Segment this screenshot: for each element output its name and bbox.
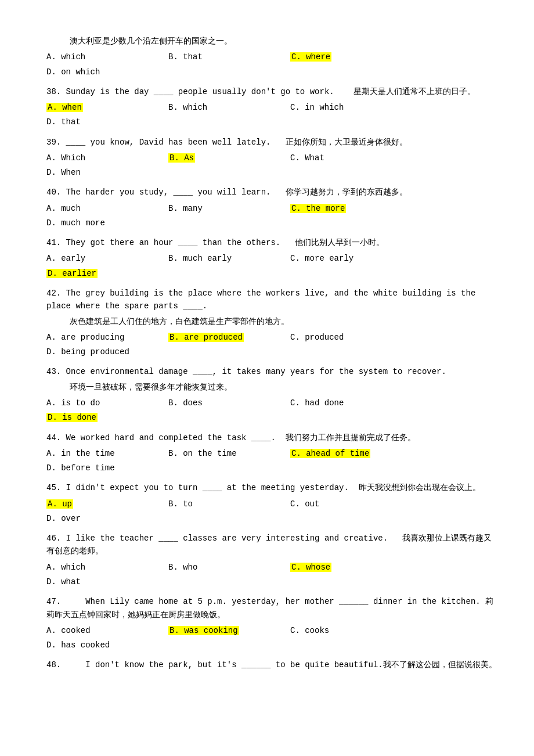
question-41: 41. They got there an hour ____ than the…: [46, 236, 499, 281]
option-38-a: A. when: [46, 100, 163, 115]
question-38-options: A. when B. which C. in which D. that: [46, 100, 499, 129]
option-41-b: B. much early: [168, 251, 284, 266]
question-42: 42. The grey building is the place where…: [46, 287, 499, 360]
question-37-options: A. which B. that C. where D. on which: [46, 50, 499, 79]
option-37-d: D. on which: [46, 65, 493, 80]
highlight-42-b: B. are produced: [168, 333, 244, 342]
question-39: 39. ____ you know, David has been well l…: [46, 136, 499, 181]
highlight-40-c: C. the more: [290, 204, 346, 213]
option-44-b: B. on the time: [168, 447, 284, 461]
option-46-c: C. whose: [290, 560, 406, 575]
question-48: 48. I don't know the park, but it's ____…: [46, 658, 499, 671]
question-44-options: A. in the time B. on the time C. ahead o…: [46, 447, 499, 476]
highlight-41-d: D. earlier: [46, 269, 98, 278]
option-47-a: A. cooked: [46, 624, 163, 638]
highlight-46-c: C. whose: [290, 563, 331, 572]
question-47: 47. When Lily came home at 5 p.m. yester…: [46, 595, 499, 653]
question-44: 44. We worked hard and completed the tas…: [46, 431, 499, 476]
question-38-text: 38. Sunday is the day ____ people usuall…: [46, 85, 499, 98]
question-42-chinese: 灰色建筑是工人们住的地方，白色建筑是生产零部件的地方。: [70, 315, 499, 328]
option-43-c: C. had done: [290, 396, 406, 411]
option-39-b: B. As: [168, 151, 284, 165]
question-45-text: 45. I didn't expect you to turn ____ at …: [46, 481, 499, 494]
option-40-b: B. many: [168, 201, 284, 216]
option-39-a: A. Which: [46, 151, 163, 165]
highlight-45-a: A. up: [46, 499, 73, 509]
page-content: 澳大利亚是少数几个沿左侧开车的国家之一。 A. which B. that C.…: [46, 35, 499, 672]
option-42-c: C. produced: [290, 330, 406, 345]
highlight-43-d: D. is done: [46, 413, 98, 422]
highlight-37-c: C. where: [290, 52, 331, 62]
option-45-a: A. up: [46, 497, 163, 512]
option-37-a: A. which: [46, 50, 163, 64]
question-48-text: 48. I don't know the park, but it's ____…: [46, 658, 499, 671]
question-43-text: 43. Once environmental damage ____, it t…: [46, 365, 499, 378]
option-40-c: C. the more: [290, 201, 406, 216]
option-41-a: A. early: [46, 251, 163, 266]
question-38: 38. Sunday is the day ____ people usuall…: [46, 85, 499, 130]
question-46-text: 46. I like the teacher ____ classes are …: [46, 532, 499, 558]
question-45: 45. I didn't expect you to turn ____ at …: [46, 481, 499, 526]
option-47-c: C. cooks: [290, 624, 406, 638]
question-41-options: A. early B. much early C. more early D. …: [46, 251, 499, 280]
highlight-39-b: B. As: [168, 153, 195, 163]
question-47-options: A. cooked B. was cooking C. cooks D. has…: [46, 624, 499, 653]
option-38-b: B. which: [168, 100, 284, 115]
question-43-options: A. is to do B. does C. had done D. is do…: [46, 396, 499, 425]
option-46-b: B. who: [168, 560, 284, 575]
question-43-chinese: 环境一旦被破坏，需要很多年才能恢复过来。: [70, 381, 499, 394]
option-45-d: D. over: [46, 512, 493, 526]
question-43: 43. Once environmental damage ____, it t…: [46, 365, 499, 425]
option-44-d: D. before time: [46, 461, 493, 476]
question-39-options: A. Which B. As C. What D. When: [46, 151, 499, 180]
option-43-b: B. does: [168, 396, 284, 411]
highlight-38-a: A. when: [46, 103, 83, 112]
option-45-b: B. to: [168, 497, 284, 512]
question-47-text: 47. When Lily came home at 5 p.m. yester…: [46, 595, 499, 621]
option-44-c: C. ahead of time: [290, 447, 406, 461]
option-41-c: C. more early: [290, 251, 406, 266]
question-40-options: A. much B. many C. the more D. much more: [46, 201, 499, 231]
highlight-44-c: C. ahead of time: [290, 449, 370, 458]
option-37-c: C. where: [290, 50, 406, 64]
option-40-a: A. much: [46, 201, 163, 216]
option-38-c: C. in which: [290, 100, 406, 115]
question-40: 40. The harder you study, ____ you will …: [46, 186, 499, 231]
question-39-text: 39. ____ you know, David has been well l…: [46, 136, 499, 149]
option-43-d: D. is done: [46, 411, 493, 425]
option-47-b: B. was cooking: [168, 624, 284, 638]
question-46-options: A. which B. who C. whose D. what: [46, 560, 499, 589]
question-45-options: A. up B. to C. out D. over: [46, 497, 499, 526]
option-47-d: D. has cooked: [46, 638, 493, 653]
question-42-options: A. are producing B. are produced C. prod…: [46, 330, 499, 359]
option-46-a: A. which: [46, 560, 163, 575]
option-39-c: C. What: [290, 151, 406, 165]
option-40-d: D. much more: [46, 216, 493, 231]
option-41-d: D. earlier: [46, 267, 493, 281]
option-46-d: D. what: [46, 575, 493, 589]
option-42-a: A. are producing: [46, 330, 163, 345]
question-42-text: 42. The grey building is the place where…: [46, 287, 499, 313]
question-37-text: 澳大利亚是少数几个沿左侧开车的国家之一。: [70, 35, 499, 48]
option-45-c: C. out: [290, 497, 406, 512]
option-43-a: A. is to do: [46, 396, 163, 411]
question-44-text: 44. We worked hard and completed the tas…: [46, 431, 499, 444]
option-39-d: D. When: [46, 165, 493, 180]
option-42-d: D. being produced: [46, 345, 493, 359]
question-40-text: 40. The harder you study, ____ you will …: [46, 186, 499, 199]
option-38-d: D. that: [46, 115, 493, 129]
option-37-b: B. that: [168, 50, 284, 64]
question-46: 46. I like the teacher ____ classes are …: [46, 532, 499, 589]
question-37: 澳大利亚是少数几个沿左侧开车的国家之一。 A. which B. that C.…: [46, 35, 499, 80]
option-44-a: A. in the time: [46, 447, 163, 461]
question-41-text: 41. They got there an hour ____ than the…: [46, 236, 499, 249]
option-42-b: B. are produced: [168, 330, 284, 345]
highlight-47-b: B. was cooking: [168, 626, 239, 635]
